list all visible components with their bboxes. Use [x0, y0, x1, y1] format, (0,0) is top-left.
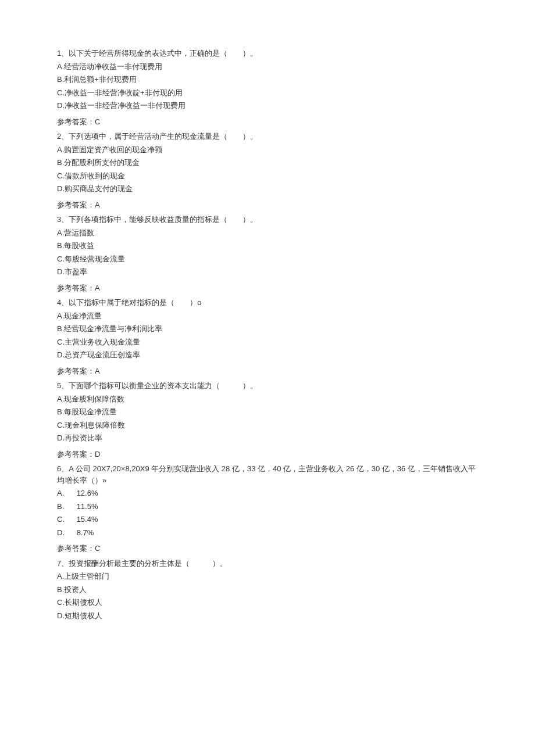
- answer-text: 参考答案：C: [57, 543, 478, 554]
- option-c: C.主营业务收入现金流量: [57, 336, 478, 348]
- option-a: A.经营活动净收益一非付现费用: [57, 61, 478, 73]
- option-b: B.投资人: [57, 584, 478, 596]
- option-d: D.再投资比率: [57, 432, 478, 444]
- question-stem: 3、下列各项指标中，能够反映收益质量的指标是（ ）。: [57, 214, 478, 225]
- question-stem: 2、下列选项中，属于经营活动产生的现金流量是（ ）。: [57, 131, 478, 142]
- option-a: A.营运指数: [57, 227, 478, 239]
- option-b: B.经营现金净流量与净利润比率: [57, 323, 478, 335]
- question-2: 2、下列选项中，属于经营活动产生的现金流量是（ ）。 A.购置固定资产收回的现金…: [57, 131, 478, 210]
- option-letter: D.: [57, 527, 74, 539]
- option-value: 11.5%: [77, 502, 98, 511]
- answer-text: 参考答案：A: [57, 366, 478, 377]
- option-b: B. 11.5%: [57, 501, 478, 513]
- question-stem: 4、以下指标中属于绝对指标的是（ ）o: [57, 297, 478, 309]
- options-list: A. 12.6% B. 11.5% C. 15.4% D. 8.7%: [57, 488, 478, 538]
- option-b: B.分配股利所支付的现金: [57, 157, 478, 169]
- question-stem: 6、A 公司 20X7,20×8,20X9 年分别实现营业收入 28 亿，33 …: [57, 463, 478, 486]
- options-list: A.经营活动净收益一非付现费用 B.利润总额+非付现费用 C.净收益一非经营净收…: [57, 61, 478, 112]
- option-value: 15.4%: [77, 515, 98, 524]
- option-c: C.每股经营现金流量: [57, 253, 478, 265]
- option-value: 12.6%: [77, 489, 98, 497]
- option-a: A.现金股利保障倍数: [57, 393, 478, 405]
- option-letter: A.: [57, 488, 74, 499]
- question-3: 3、下列各项指标中，能够反映收益质量的指标是（ ）。 A.营运指数 B.每股收益…: [57, 214, 478, 293]
- option-d: D.市盈率: [57, 266, 478, 278]
- question-6: 6、A 公司 20X7,20×8,20X9 年分别实现营业收入 28 亿，33 …: [57, 463, 478, 554]
- question-stem: 1、以下关于经营所得现金的表达式中，正确的是（ ）。: [57, 48, 478, 59]
- question-5: 5、下面哪个指标可以衡量企业的资本支出能力（ ）。 A.现金股利保障倍数 B.每…: [57, 380, 478, 460]
- option-d: D.总资产现金流圧创造率: [57, 349, 478, 361]
- options-list: A.营运指数 B.每股收益 C.每股经营现金流量 D.市盈率: [57, 227, 478, 278]
- option-d: D.购买商品支付的现金: [57, 183, 478, 195]
- option-c: C. 15.4%: [57, 514, 478, 525]
- option-c: C.净收益一非经营净收靛+非付现的用: [57, 87, 478, 99]
- question-1: 1、以下关于经营所得现金的表达式中，正确的是（ ）。 A.经营活动净收益一非付现…: [57, 48, 478, 127]
- question-stem: 5、下面哪个指标可以衡量企业的资本支出能力（ ）。: [57, 380, 478, 392]
- options-list: A.上级主管部门 B.投资人 C.长期债权人 D.短期债权人: [57, 571, 478, 621]
- option-d: D.短期债权人: [57, 610, 478, 622]
- options-list: A.现金净流量 B.经营现金净流量与净利润比率 C.主营业务收入现金流量 D.总…: [57, 310, 478, 361]
- options-list: A.现金股利保障倍数 B.每股现金净流量 C.现金利息保障倍数 D.再投资比率: [57, 393, 478, 444]
- option-d: D.净收益一非经营净收益一非付现费用: [57, 100, 478, 112]
- answer-text: 参考答案：A: [57, 199, 478, 211]
- option-a: A.购置固定资产收回的现金净额: [57, 144, 478, 156]
- option-c: C.长期债权人: [57, 597, 478, 608]
- option-letter: C.: [57, 514, 74, 525]
- question-4: 4、以下指标中属于绝对指标的是（ ）o A.现金净流量 B.经营现金净流量与净利…: [57, 297, 478, 377]
- options-list: A.购置固定资产收回的现金净额 B.分配股利所支付的现金 C.借款所收到的现金 …: [57, 144, 478, 195]
- exam-page: 1、以下关于经营所得现金的表达式中，正确的是（ ）。 A.经营活动净收益一非付现…: [0, 0, 535, 648]
- option-value: 8.7%: [77, 528, 94, 537]
- option-a: A.上级主管部门: [57, 571, 478, 582]
- question-7: 7、投资报酬分析最主要的分析主体是（ ）。 A.上级主管部门 B.投资人 C.长…: [57, 558, 478, 622]
- question-stem: 7、投资报酬分析最主要的分析主体是（ ）。: [57, 558, 478, 569]
- option-c: C.现金利息保障倍数: [57, 420, 478, 431]
- answer-text: 参考答案：D: [57, 449, 478, 460]
- option-b: B.每股现金净流量: [57, 406, 478, 418]
- answer-text: 参考答案：A: [57, 282, 478, 294]
- answer-text: 参考答案：C: [57, 116, 478, 128]
- option-a: A.现金净流量: [57, 310, 478, 322]
- option-b: B.每股收益: [57, 240, 478, 252]
- option-letter: B.: [57, 501, 74, 513]
- option-b: B.利润总额+非付现费用: [57, 74, 478, 85]
- option-c: C.借款所收到的现金: [57, 170, 478, 182]
- option-d: D. 8.7%: [57, 527, 478, 539]
- option-a: A. 12.6%: [57, 488, 478, 499]
